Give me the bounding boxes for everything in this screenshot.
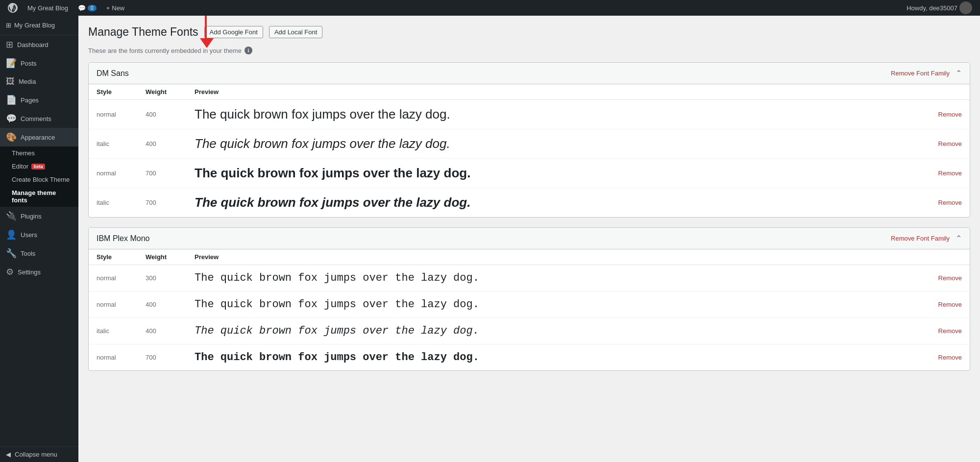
remove-cell: Remove (931, 344, 970, 371)
sidebar-item-posts[interactable]: 📝 Posts (0, 54, 78, 73)
font-weight: 700 (138, 344, 187, 371)
sidebar-item-label: Pages (21, 97, 39, 104)
font-preview: The quick brown fox jumps over the lazy … (187, 188, 931, 218)
font-table-dm-sans: Style Weight Preview normal 400 The quic… (89, 84, 970, 217)
font-preview: The quick brown fox jumps over the lazy … (187, 100, 931, 129)
sidebar-item-label: Posts (21, 60, 37, 67)
collapse-icon: ◀ (6, 451, 11, 458)
admin-bar-wp-logo[interactable] (4, 0, 22, 16)
font-style: normal (89, 100, 138, 129)
remove-variant-button[interactable]: Remove (938, 199, 962, 206)
remove-variant-button[interactable]: Remove (938, 170, 962, 177)
font-style: italic (89, 318, 138, 344)
col-weight: Weight (138, 249, 187, 265)
font-preview: The quick brown fox jumps over the lazy … (187, 159, 931, 188)
col-style: Style (89, 84, 138, 100)
table-row: italic 400 The quick brown fox jumps ove… (89, 129, 970, 159)
font-style: normal (89, 292, 138, 318)
font-card-header-right-dm-sans: Remove Font Family ⌃ (891, 69, 962, 78)
table-row: normal 700 The quick brown fox jumps ove… (89, 344, 970, 371)
remove-cell: Remove (931, 265, 970, 292)
remove-cell: Remove (931, 100, 970, 129)
page-header: Manage Theme Fonts Add Google Font Add L… (88, 25, 970, 39)
editor-label: Editor (12, 163, 28, 170)
sidebar-item-label: Tools (21, 250, 35, 257)
preview-text: The quick brown fox jumps over the lazy … (195, 298, 479, 311)
collapse-ibm-plex-mono[interactable]: ⌃ (956, 234, 962, 243)
sidebar-item-label: Plugins (21, 213, 42, 220)
sidebar-item-tools[interactable]: 🔧 Tools (0, 244, 78, 263)
sidebar-site-name[interactable]: ⊞ My Great Blog (0, 16, 78, 35)
font-style: normal (89, 344, 138, 371)
sidebar-item-media[interactable]: 🖼 Media (0, 73, 78, 91)
sidebar-item-themes[interactable]: Themes (0, 146, 78, 160)
preview-text: The quick brown fox jumps over the lazy … (195, 272, 479, 284)
remove-cell: Remove (931, 129, 970, 159)
collapse-dm-sans[interactable]: ⌃ (956, 69, 962, 78)
font-weight: 400 (138, 318, 187, 344)
font-weight: 700 (138, 159, 187, 188)
info-icon[interactable]: i (245, 47, 252, 54)
font-weight: 400 (138, 100, 187, 129)
media-icon: 🖼 (6, 76, 15, 87)
admin-bar-new[interactable]: + New (102, 0, 129, 16)
col-weight: Weight (138, 84, 187, 100)
font-card-header-ibm-plex-mono: IBM Plex Mono Remove Font Family ⌃ (89, 228, 970, 249)
font-preview: The quick brown fox jumps over the lazy … (187, 265, 931, 292)
preview-text: The quick brown fox jumps over the lazy … (195, 107, 450, 122)
remove-variant-button[interactable]: Remove (938, 274, 962, 282)
remove-variant-button[interactable]: Remove (938, 354, 962, 361)
col-style: Style (89, 249, 138, 265)
remove-variant-button[interactable]: Remove (938, 327, 962, 335)
comment-icon: 💬 (78, 4, 86, 12)
admin-bar-comments[interactable]: 💬 0 (74, 0, 100, 16)
col-preview: Preview (187, 249, 931, 265)
admin-bar-howdy[interactable]: Howdy, dee35007 (903, 0, 976, 16)
font-family-name-ibm-plex-mono: IBM Plex Mono (97, 234, 149, 243)
remove-variant-button[interactable]: Remove (938, 140, 962, 147)
avatar (959, 1, 972, 14)
sidebar-item-plugins[interactable]: 🔌 Plugins (0, 207, 78, 225)
sidebar-item-label: Users (21, 231, 37, 239)
remove-font-family-ibm-plex-mono[interactable]: Remove Font Family (891, 235, 950, 242)
font-card-ibm-plex-mono: IBM Plex Mono Remove Font Family ⌃ Style… (88, 227, 970, 371)
preview-text: The quick brown fox jumps over the lazy … (195, 136, 450, 151)
font-preview: The quick brown fox jumps over the lazy … (187, 344, 931, 371)
font-style: italic (89, 188, 138, 218)
sidebar-item-appearance[interactable]: 🎨 Appearance (0, 128, 78, 146)
table-row: normal 300 The quick brown fox jumps ove… (89, 265, 970, 292)
sidebar-item-create-block-theme[interactable]: Create Block Theme (0, 173, 78, 186)
settings-icon: ⚙ (6, 267, 14, 277)
remove-variant-button[interactable]: Remove (938, 111, 962, 118)
comments-icon: 💬 (6, 113, 17, 124)
add-google-font-button[interactable]: Add Google Font (204, 26, 263, 38)
table-row: italic 400 The quick brown fox jumps ove… (89, 318, 970, 344)
sidebar-item-manage-theme-fonts[interactable]: Manage theme fonts (0, 186, 78, 207)
table-row: italic 700 The quick brown fox jumps ove… (89, 188, 970, 218)
font-family-name-dm-sans: DM Sans (97, 69, 129, 78)
add-local-font-button[interactable]: Add Local Font (269, 26, 322, 38)
remove-font-family-dm-sans[interactable]: Remove Font Family (891, 70, 950, 77)
remove-variant-button[interactable]: Remove (938, 301, 962, 308)
remove-cell: Remove (931, 159, 970, 188)
sidebar-item-comments[interactable]: 💬 Comments (0, 109, 78, 128)
sidebar-item-editor[interactable]: Editor beta (0, 160, 78, 173)
sidebar-site-name-label: My Great Blog (14, 22, 55, 29)
font-weight: 400 (138, 129, 187, 159)
sidebar-collapse-menu[interactable]: ◀ Collapse menu (0, 447, 78, 462)
comment-count: 0 (88, 5, 97, 11)
font-style: normal (89, 159, 138, 188)
tools-icon: 🔧 (6, 248, 17, 259)
sidebar-item-users[interactable]: 👤 Users (0, 225, 78, 244)
preview-text: The quick brown fox jumps over the lazy … (195, 325, 479, 337)
font-table-ibm-plex-mono: Style Weight Preview normal 300 The quic… (89, 249, 970, 370)
sidebar-item-settings[interactable]: ⚙ Settings (0, 263, 78, 281)
font-preview: The quick brown fox jumps over the lazy … (187, 292, 931, 318)
remove-cell: Remove (931, 318, 970, 344)
themes-label: Themes (12, 149, 35, 157)
font-card-header-dm-sans: DM Sans Remove Font Family ⌃ (89, 63, 970, 84)
admin-bar-site-name[interactable]: My Great Blog (24, 0, 72, 16)
remove-cell: Remove (931, 188, 970, 218)
sidebar-item-dashboard[interactable]: ⊞ Dashboard (0, 35, 78, 54)
sidebar-item-pages[interactable]: 📄 Pages (0, 91, 78, 109)
